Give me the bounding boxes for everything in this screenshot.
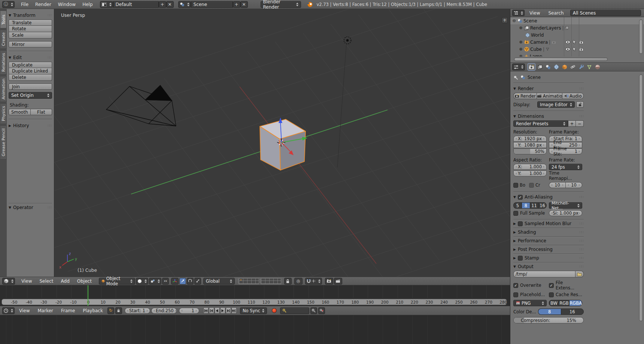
snap-group[interactable]: [305, 278, 322, 285]
menu-window[interactable]: Window: [55, 2, 79, 7]
eye-icon[interactable]: [565, 47, 570, 51]
tab-object-data[interactable]: [585, 63, 593, 71]
aa-filter-dropdown[interactable]: Mitchell-Net...: [549, 202, 582, 209]
play-reverse-button[interactable]: [215, 307, 220, 314]
outliner-row-renderlayers[interactable]: ⊕ RenderLayers |: [510, 24, 644, 31]
shade-smooth-button[interactable]: Smooth: [9, 109, 31, 115]
compression-slider[interactable]: Compression: 15%: [513, 317, 584, 323]
aa-size-field[interactable]: ‹Si: 1.000 px›: [549, 210, 582, 216]
viewport-shading-dropdown[interactable]: [136, 278, 148, 285]
aa-samples-11-button[interactable]: 11: [530, 202, 538, 209]
post-processing-panel-header[interactable]: ▶ Post Processing ∷∷: [513, 245, 584, 254]
tab-material[interactable]: [593, 63, 601, 71]
performance-panel-header[interactable]: ▶ Performance ∷∷: [513, 237, 584, 245]
current-frame-field[interactable]: ‹ 1 ›: [179, 308, 199, 314]
arrow-left-icon[interactable]: ‹: [181, 309, 183, 313]
translate-button[interactable]: Translate: [9, 19, 52, 26]
panel-grip[interactable]: ∷∷: [48, 124, 52, 128]
channel-rgba-button[interactable]: RGBA: [569, 300, 582, 306]
stamp-panel-header[interactable]: ▶ Stamp ∷∷: [513, 254, 584, 262]
menu-search[interactable]: Search: [545, 10, 567, 16]
set-origin-dropdown[interactable]: Set Origin: [9, 92, 52, 99]
playback-sync-dropdown[interactable]: No Sync: [240, 307, 267, 314]
manipulator-toggle[interactable]: [171, 278, 179, 285]
outliner-row-lamp[interactable]: ⊕ Lamp: [510, 53, 644, 56]
interaction-mode-dropdown[interactable]: Object Mode: [99, 278, 135, 285]
shelf-tab-grease-pencil[interactable]: Grease Pencil: [0, 125, 7, 160]
resolution-y-field[interactable]: ‹Y:1080 px›: [513, 142, 547, 148]
render-audio-button[interactable]: Audio: [562, 93, 584, 99]
menu-help[interactable]: Help: [79, 2, 96, 7]
play-button[interactable]: [220, 307, 225, 314]
frame-start-field[interactable]: ‹ Start: 1 ›: [125, 308, 150, 314]
scrollbar-thumb[interactable]: [514, 58, 608, 61]
render-restrict-icon[interactable]: [579, 47, 584, 51]
duplicate-linked-button[interactable]: Duplicate Linked: [9, 68, 52, 74]
panel-grip[interactable]: ∷∷: [580, 222, 584, 225]
panel-grip[interactable]: ∷∷: [48, 13, 52, 17]
timeline-track-area[interactable]: [0, 285, 510, 298]
sampled-motion-blur-panel-header[interactable]: ▶ Sampled Motion Blur ∷∷: [513, 219, 584, 228]
panel-grip[interactable]: ∷∷: [580, 256, 584, 260]
render-restrict-icon[interactable]: [579, 40, 584, 44]
add-preset-button[interactable]: +: [568, 120, 576, 127]
aspect-y-field[interactable]: ‹Y:1.000›: [513, 171, 547, 176]
prev-keyframe-button[interactable]: [209, 307, 214, 314]
crop-checkbox[interactable]: [529, 183, 534, 188]
arrow-left-icon[interactable]: ‹: [127, 309, 128, 313]
lock-interface-button[interactable]: [576, 101, 584, 108]
outliner-display-dropdown[interactable]: All Scenes: [570, 10, 641, 16]
shading-panel-header[interactable]: ▶ Shading ∷∷: [513, 228, 584, 236]
menu-add[interactable]: Add: [58, 279, 73, 284]
outliner-hscrollbar[interactable]: [510, 56, 644, 62]
shelf-tab-create[interactable]: Create: [0, 30, 7, 49]
aa-samples-16-button[interactable]: 16: [538, 202, 547, 209]
remap-new-field[interactable]: ‹10›: [565, 182, 582, 188]
aa-samples-5-button[interactable]: 5: [513, 202, 522, 209]
menu-select[interactable]: Select: [36, 279, 57, 284]
layers-block-2[interactable]: [261, 278, 281, 284]
pin-icon[interactable]: [513, 75, 518, 80]
resolution-x-field[interactable]: ‹X:1920 px›: [513, 136, 547, 142]
collapse-icon[interactable]: ⊖: [512, 18, 516, 23]
overwrite-checkbox[interactable]: ✓: [513, 283, 518, 288]
menu-frame[interactable]: Frame: [58, 308, 78, 313]
mirror-button[interactable]: Mirror: [9, 41, 52, 47]
editor-type-outliner-dropdown[interactable]: [512, 10, 525, 16]
render-animation-button[interactable]: Animatio: [537, 93, 562, 99]
outliner-row-cube[interactable]: ⊕ Cube |: [510, 46, 644, 53]
panel-grip[interactable]: ∷∷: [580, 87, 584, 90]
jump-end-button[interactable]: [231, 307, 237, 314]
lock-to-scene-toggle[interactable]: [284, 278, 292, 285]
render-presets-dropdown[interactable]: Render Presets: [513, 120, 568, 127]
shade-flat-button[interactable]: Flat: [31, 109, 52, 115]
cursor-select-icon[interactable]: [573, 40, 576, 44]
arrow-right-icon[interactable]: ›: [146, 309, 148, 313]
pivot-point-dropdown[interactable]: [149, 278, 161, 285]
menu-marker[interactable]: Marker: [34, 308, 56, 313]
output-panel-header[interactable]: ▼ Output ∷∷: [513, 262, 584, 271]
tab-render[interactable]: [528, 63, 535, 71]
remap-old-field[interactable]: ‹10›: [549, 182, 565, 188]
ruler-scrollbar[interactable]: -50-40-30-20-100102030405060708090100110…: [1, 299, 507, 305]
menu-view[interactable]: View: [526, 10, 543, 16]
aspect-x-field[interactable]: ‹X:1.000›: [513, 164, 547, 170]
transform-panel-header[interactable]: ▼ Transform ∷∷: [9, 11, 52, 19]
shelf-tab-physics[interactable]: Physics: [0, 103, 7, 124]
cache-result-checkbox[interactable]: [549, 292, 554, 297]
delete-keyframe-button[interactable]: [318, 307, 325, 314]
join-button[interactable]: Join: [9, 83, 52, 90]
scale-button[interactable]: Scale: [9, 32, 52, 39]
editor-type-3dview-dropdown[interactable]: [2, 278, 15, 285]
tab-scene[interactable]: [544, 63, 552, 71]
delete-button[interactable]: Delete: [9, 74, 52, 81]
panel-grip[interactable]: ∷∷: [580, 265, 584, 268]
scene-name-field[interactable]: Scene: [191, 1, 233, 8]
operator-panel-header[interactable]: ▼ Operator ∷∷: [9, 203, 52, 212]
next-keyframe-button[interactable]: [226, 307, 231, 314]
panel-grip[interactable]: ∷∷: [580, 239, 584, 243]
add-layout-button[interactable]: +: [159, 1, 166, 8]
rotate-button[interactable]: Rotate: [9, 26, 52, 32]
display-mode-dropdown[interactable]: Image Editor: [537, 101, 575, 108]
layers-block-1[interactable]: [239, 278, 259, 284]
